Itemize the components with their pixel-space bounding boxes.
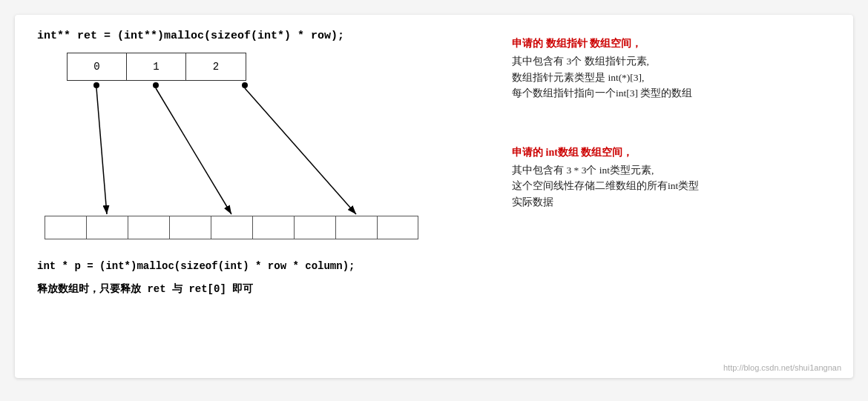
int-cell-5 bbox=[252, 216, 294, 239]
right-block-1: 申请的 数组指针 数组空间， 其中包含有 3个 数组指针元素, 数组指针元素类型… bbox=[512, 37, 831, 102]
int-cell-0 bbox=[45, 216, 86, 239]
pointer-cell-2: 2 bbox=[186, 53, 246, 80]
right-block-2-line-2: 实际数据 bbox=[512, 194, 831, 211]
dot-1 bbox=[153, 82, 159, 88]
bottom-code-line: int * p = (int*)malloc(sizeof(int) * row… bbox=[37, 260, 497, 272]
right-block-1-line-0: 其中包含有 3个 数组指针元素, bbox=[512, 53, 831, 70]
right-block-2-line-0: 其中包含有 3 * 3个 int类型元素, bbox=[512, 162, 831, 179]
dot-0 bbox=[93, 82, 99, 88]
pointer-box-row: 0 1 2 bbox=[67, 53, 246, 81]
right-block-2-line-1: 这个空间线性存储二维数组的所有int类型 bbox=[512, 178, 831, 194]
int-array-container bbox=[45, 216, 418, 239]
pointer-cell-0: 0 bbox=[68, 53, 127, 80]
int-cell-7 bbox=[335, 216, 377, 239]
right-block-1-line-1: 数组指针元素类型是 int(*)[3], bbox=[512, 70, 831, 86]
int-cell-3 bbox=[169, 216, 211, 239]
int-cell-1 bbox=[86, 216, 128, 239]
arrow-2 bbox=[245, 88, 356, 214]
watermark: http://blog.csdn.net/shui1angnan bbox=[723, 363, 841, 372]
int-cell-8 bbox=[377, 216, 418, 239]
int-cell-2 bbox=[128, 216, 169, 239]
int-cell-4 bbox=[211, 216, 252, 239]
pointer-array-container: 0 1 2 bbox=[67, 53, 246, 81]
right-block-2-title: 申请的 int数组 数组空间， bbox=[512, 146, 831, 159]
left-section: int** ret = (int**)malloc(sizeof(int*) *… bbox=[37, 30, 497, 341]
arrow-0 bbox=[96, 88, 107, 214]
diagram-area: 0 1 2 bbox=[37, 53, 453, 253]
arrow-1 bbox=[156, 88, 231, 214]
right-block-2: 申请的 int数组 数组空间， 其中包含有 3 * 3个 int类型元素, 这个… bbox=[512, 146, 831, 211]
main-container: int** ret = (int**)malloc(sizeof(int*) *… bbox=[15, 15, 853, 378]
right-block-1-title: 申请的 数组指针 数组空间， bbox=[512, 37, 831, 50]
right-section: 申请的 数组指针 数组空间， 其中包含有 3个 数组指针元素, 数组指针元素类型… bbox=[497, 30, 831, 233]
right-block-1-line-2: 每个数组指针指向一个int[3] 类型的数组 bbox=[512, 85, 831, 102]
dot-2 bbox=[242, 82, 248, 88]
top-code-line: int** ret = (int**)malloc(sizeof(int*) *… bbox=[37, 30, 497, 42]
free-text-line: 释放数组时，只要释放 ret 与 ret[0] 即可 bbox=[37, 282, 497, 296]
pointer-cell-1: 1 bbox=[127, 53, 186, 80]
int-array bbox=[45, 216, 418, 239]
int-cell-6 bbox=[294, 216, 335, 239]
